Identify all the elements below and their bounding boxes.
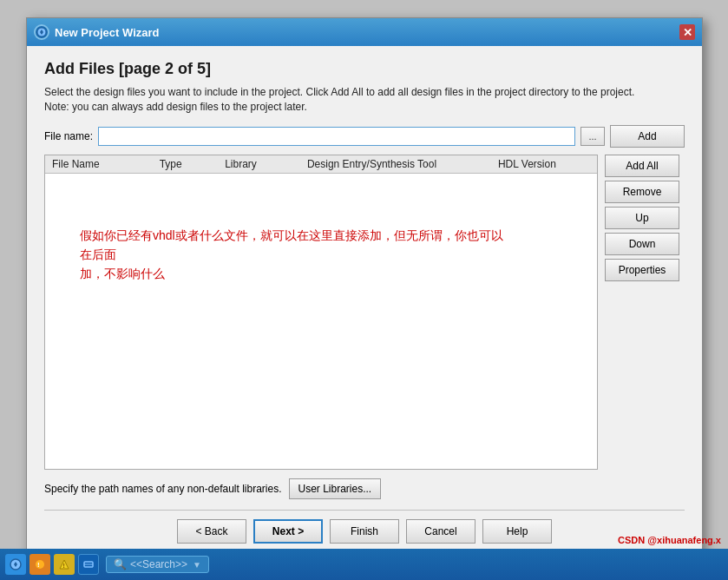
taskbar-icon-blue[interactable] — [5, 554, 26, 575]
taskbar: ! ! 🔍 <<Search>> ▼ — [0, 549, 728, 580]
finish-button[interactable]: Finish — [330, 519, 399, 544]
taskbar-search[interactable]: 🔍 <<Search>> ▼ — [106, 556, 209, 573]
back-button[interactable]: < Back — [177, 519, 246, 544]
col-header-tool: Design Entry/Synthesis Tool — [304, 158, 495, 170]
annotation-text: 假如你已经有vhdl或者什么文件，就可以在这里直接添加，但无所谓，你也可以在后面… — [80, 226, 514, 284]
close-button[interactable]: ✕ — [679, 24, 695, 40]
dialog-window: New Project Wizard ✕ Add Files [page 2 o… — [26, 17, 703, 555]
remove-button[interactable]: Remove — [605, 181, 679, 203]
divider — [44, 510, 685, 511]
properties-button[interactable]: Properties — [605, 259, 679, 281]
col-header-library: Library — [221, 158, 304, 170]
down-button[interactable]: Down — [605, 233, 679, 255]
bottom-buttons: < Back Next > Finish Cancel Help — [44, 519, 685, 544]
add-button[interactable]: Add — [610, 125, 685, 148]
file-name-label: File name: — [44, 130, 93, 142]
search-arrow-icon: ▼ — [193, 560, 201, 570]
app-icon — [34, 24, 49, 40]
dialog-title: New Project Wizard — [55, 26, 679, 39]
taskbar-icon-network[interactable] — [78, 554, 99, 575]
col-header-hdl: HDL Version — [495, 158, 594, 170]
user-libraries-button[interactable]: User Libraries... — [289, 478, 382, 499]
libraries-label: Specify the path names of any non-defaul… — [44, 483, 282, 495]
svg-text:!: ! — [63, 563, 65, 569]
search-icon: 🔍 — [114, 558, 127, 570]
dialog-content: Add Files [page 2 of 5] Select the desig… — [27, 46, 702, 554]
add-all-button[interactable]: Add All — [605, 155, 679, 177]
main-area: File Name Type Library Design Entry/Synt… — [44, 155, 685, 470]
table-header: File Name Type Library Design Entry/Synt… — [45, 155, 597, 174]
search-label: <<Search>> — [130, 558, 187, 570]
cancel-button[interactable]: Cancel — [406, 519, 475, 544]
next-button[interactable]: Next > — [253, 519, 323, 544]
help-button[interactable]: Help — [482, 519, 552, 544]
taskbar-icon-yellow[interactable]: ! — [54, 554, 75, 575]
taskbar-icon-orange[interactable]: ! — [30, 554, 50, 575]
table-body: 假如你已经有vhdl或者什么文件，就可以在这里直接添加，但无所谓，你也可以在后面… — [45, 174, 597, 469]
file-name-row: File name: ... Add — [44, 125, 685, 148]
file-name-input[interactable] — [98, 127, 575, 146]
up-button[interactable]: Up — [605, 207, 679, 229]
description: Select the design files you want to incl… — [44, 85, 685, 115]
col-header-type: Type — [156, 158, 221, 170]
svg-text:!: ! — [37, 561, 40, 569]
file-table: File Name Type Library Design Entry/Synt… — [44, 155, 598, 470]
libraries-row: Specify the path names of any non-defaul… — [44, 478, 685, 499]
col-header-filename: File Name — [49, 158, 156, 170]
browse-button[interactable]: ... — [580, 127, 605, 146]
watermark: CSDN @xihuanafeng.x — [618, 535, 721, 545]
title-bar: New Project Wizard ✕ — [27, 18, 702, 46]
page-title: Add Files [page 2 of 5] — [44, 60, 685, 78]
sidebar-buttons: Add All Remove Up Down Properties — [605, 155, 685, 470]
